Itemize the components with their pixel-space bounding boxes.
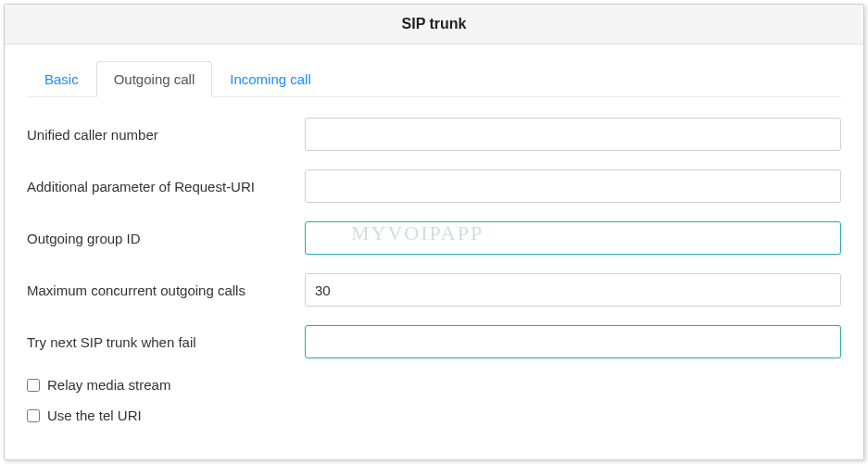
- row-try-next: Try next SIP trunk when fail: [27, 325, 841, 358]
- panel-body: Basic Outgoing call Incoming call Unifie…: [5, 44, 863, 423]
- tabs: Basic Outgoing call Incoming call: [27, 61, 841, 97]
- label-max-concurrent: Maximum concurrent outgoing calls: [27, 282, 305, 298]
- input-additional-param[interactable]: [305, 169, 841, 203]
- input-max-concurrent[interactable]: [305, 273, 841, 307]
- row-outgoing-group: MYVOIPAPP Outgoing group ID: [27, 221, 841, 255]
- label-additional-param: Additional parameter of Request-URI: [27, 179, 305, 194]
- row-unified-caller: Unified caller number: [27, 118, 841, 151]
- checkbox-use-tel-uri[interactable]: [27, 409, 40, 422]
- tab-incoming-call[interactable]: Incoming call: [212, 61, 329, 97]
- tab-basic[interactable]: Basic: [27, 61, 96, 97]
- row-additional-param: Additional parameter of Request-URI: [27, 169, 841, 203]
- row-relay-media: Relay media stream: [27, 377, 841, 393]
- label-outgoing-group: Outgoing group ID: [27, 231, 305, 246]
- sip-trunk-panel: SIP trunk Basic Outgoing call Incoming c…: [4, 4, 864, 460]
- row-max-concurrent: Maximum concurrent outgoing calls: [27, 273, 841, 307]
- label-unified-caller: Unified caller number: [27, 127, 305, 143]
- input-unified-caller[interactable]: [305, 118, 841, 151]
- row-use-tel-uri: Use the tel URI: [27, 408, 841, 423]
- checkbox-relay-media[interactable]: [27, 379, 40, 392]
- label-relay-media: Relay media stream: [47, 377, 170, 393]
- panel-title: SIP trunk: [5, 5, 863, 44]
- label-try-next: Try next SIP trunk when fail: [27, 334, 305, 350]
- input-outgoing-group[interactable]: [305, 221, 841, 255]
- label-use-tel-uri: Use the tel URI: [47, 408, 142, 423]
- input-try-next[interactable]: [305, 325, 841, 358]
- tab-outgoing-call[interactable]: Outgoing call: [96, 61, 213, 97]
